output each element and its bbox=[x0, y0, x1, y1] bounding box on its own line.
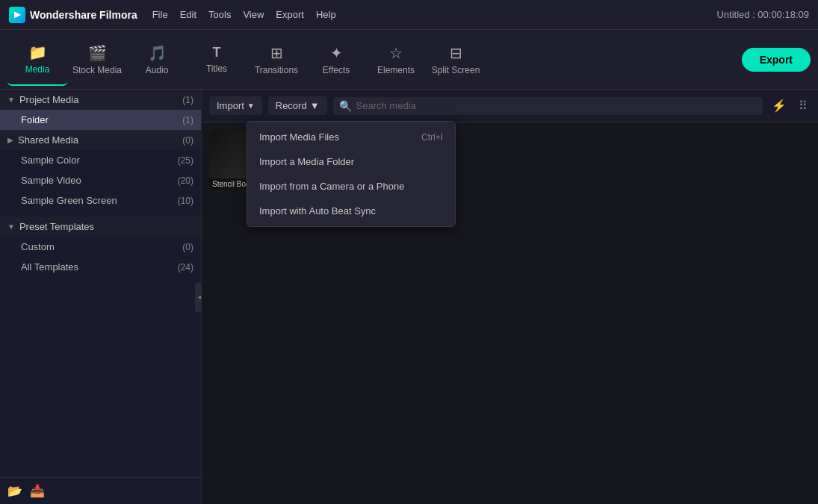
sample-color-label: Sample Color bbox=[21, 155, 80, 166]
sidebar-sample-color[interactable]: Sample Color (25) bbox=[0, 150, 201, 170]
content-toolbar: Import ▼ Record ▼ 🔍 ⚡ ⠿ bbox=[202, 90, 818, 122]
app-name: Wondershare Filmora bbox=[30, 9, 137, 21]
split-screen-label: Split Screen bbox=[432, 65, 480, 75]
project-media-arrow: ▼ bbox=[7, 96, 15, 104]
window-title: Untitled : 00:00:18:09 bbox=[716, 9, 809, 20]
menu-file[interactable]: File bbox=[152, 9, 168, 20]
grid-view-button[interactable]: ⠿ bbox=[796, 96, 811, 116]
sidebar-project-media[interactable]: ▼ Project Media (1) bbox=[0, 90, 201, 110]
all-templates-count: (24) bbox=[178, 262, 193, 273]
search-icon: 🔍 bbox=[339, 100, 352, 112]
sample-video-count: (20) bbox=[178, 175, 193, 186]
menu-help[interactable]: Help bbox=[316, 9, 336, 20]
sidebar-sample-green-screen[interactable]: Sample Green Screen (10) bbox=[0, 190, 201, 211]
elements-label: Elements bbox=[377, 65, 415, 75]
menu-bar: File Edit Tools View Export Help bbox=[152, 9, 336, 20]
folder-label: Folder bbox=[21, 114, 49, 125]
main-layout: ▼ Project Media (1) Folder (1) ▶ Shared … bbox=[0, 90, 818, 504]
stock-media-label: Stock Media bbox=[72, 65, 122, 75]
top-menu-bar: ▶ Wondershare Filmora File Edit Tools Vi… bbox=[0, 0, 818, 30]
all-templates-label: All Templates bbox=[21, 261, 78, 273]
record-label: Record bbox=[276, 100, 307, 111]
media-label: Media bbox=[25, 64, 50, 75]
toolbar-media[interactable]: 📁 Media bbox=[7, 34, 67, 86]
effects-label: Effects bbox=[323, 65, 350, 75]
import-media-folder-label: Import a Media Folder bbox=[259, 156, 354, 167]
new-folder-button[interactable]: 📂 bbox=[7, 484, 22, 498]
toolbar-split-screen[interactable]: ⊟ Split Screen bbox=[426, 34, 486, 86]
menu-export[interactable]: Export bbox=[276, 9, 304, 20]
import-chevron-icon: ▼ bbox=[247, 102, 255, 110]
elements-icon: ☆ bbox=[389, 44, 403, 62]
menu-tools[interactable]: Tools bbox=[208, 9, 231, 20]
import-button[interactable]: Import ▼ bbox=[209, 96, 262, 115]
import-auto-beat-sync-item[interactable]: Import with Auto Beat Sync bbox=[247, 199, 455, 223]
import-from-camera-item[interactable]: Import from a Camera or a Phone bbox=[247, 174, 455, 199]
menu-edit[interactable]: Edit bbox=[180, 9, 196, 20]
project-media-label: Project Media bbox=[19, 94, 78, 105]
import-media-files-label: Import Media Files bbox=[259, 131, 339, 143]
titles-label: Titles bbox=[206, 63, 227, 74]
transitions-icon: ⊞ bbox=[270, 44, 283, 62]
sidebar: ▼ Project Media (1) Folder (1) ▶ Shared … bbox=[0, 90, 202, 504]
sidebar-custom[interactable]: Custom (0) bbox=[0, 237, 201, 257]
filter-button[interactable]: ⚡ bbox=[769, 96, 790, 116]
project-media-count: (1) bbox=[182, 95, 193, 105]
import-from-camera-label: Import from a Camera or a Phone bbox=[259, 181, 404, 192]
sidebar-collapse-handle[interactable]: ◀ bbox=[195, 282, 202, 312]
main-toolbar: 📁 Media 🎬 Stock Media 🎵 Audio T Titles ⊞… bbox=[0, 30, 818, 90]
sample-color-count: (25) bbox=[178, 155, 193, 166]
import-dropdown-menu: Import Media Files Ctrl+I Import a Media… bbox=[247, 121, 456, 227]
split-screen-icon: ⊟ bbox=[450, 44, 462, 62]
import-media-files-shortcut: Ctrl+I bbox=[421, 132, 443, 143]
toolbar-transitions[interactable]: ⊞ Transitions bbox=[247, 34, 306, 86]
audio-icon: 🎵 bbox=[148, 44, 167, 62]
import-media-files-item[interactable]: Import Media Files Ctrl+I bbox=[247, 125, 455, 149]
folder-count: (1) bbox=[182, 115, 193, 125]
sample-green-screen-label: Sample Green Screen bbox=[21, 195, 117, 206]
sidebar-all-templates[interactable]: All Templates (24) bbox=[0, 257, 201, 277]
custom-count: (0) bbox=[182, 242, 193, 252]
search-bar: 🔍 bbox=[333, 97, 763, 115]
toolbar-stock-media[interactable]: 🎬 Stock Media bbox=[67, 34, 127, 86]
sample-green-screen-count: (10) bbox=[178, 196, 193, 206]
import-label: Import bbox=[217, 100, 244, 111]
sidebar-sample-video[interactable]: Sample Video (20) bbox=[0, 170, 201, 190]
sidebar-bottom-bar: 📂 📥 bbox=[0, 477, 202, 504]
stock-media-icon: 🎬 bbox=[88, 44, 107, 62]
shared-media-count: (0) bbox=[182, 135, 193, 146]
content-area: Import ▼ Record ▼ 🔍 ⚡ ⠿ Import Media Fil… bbox=[202, 90, 818, 504]
toolbar-elements[interactable]: ☆ Elements bbox=[366, 34, 426, 86]
transitions-label: Transitions bbox=[255, 65, 298, 75]
shared-media-arrow: ▶ bbox=[7, 136, 13, 144]
toolbar-audio[interactable]: 🎵 Audio bbox=[127, 34, 187, 86]
export-button[interactable]: Export bbox=[742, 48, 811, 72]
import-files-button[interactable]: 📥 bbox=[30, 484, 45, 498]
media-icon: 📁 bbox=[28, 43, 47, 61]
app-logo: ▶ Wondershare Filmora bbox=[9, 7, 137, 23]
preset-templates-arrow: ▼ bbox=[7, 223, 15, 231]
menu-view[interactable]: View bbox=[243, 9, 264, 20]
sidebar-preset-templates[interactable]: ▼ Preset Templates bbox=[0, 217, 201, 237]
audio-label: Audio bbox=[146, 65, 169, 75]
search-input[interactable] bbox=[356, 100, 757, 111]
sample-video-label: Sample Video bbox=[21, 175, 81, 186]
toolbar-effects[interactable]: ✦ Effects bbox=[306, 34, 366, 86]
effects-icon: ✦ bbox=[330, 44, 343, 62]
preset-templates-label: Preset Templates bbox=[19, 221, 94, 232]
sidebar-folder[interactable]: Folder (1) bbox=[0, 110, 201, 130]
record-button[interactable]: Record ▼ bbox=[268, 96, 327, 115]
record-chevron-icon: ▼ bbox=[310, 100, 320, 111]
toolbar-titles[interactable]: T Titles bbox=[187, 34, 247, 86]
sidebar-shared-media[interactable]: ▶ Shared Media (0) bbox=[0, 130, 201, 150]
import-auto-beat-label: Import with Auto Beat Sync bbox=[259, 205, 376, 217]
custom-label: Custom bbox=[21, 241, 55, 252]
logo-icon: ▶ bbox=[9, 7, 25, 23]
shared-media-label: Shared Media bbox=[18, 134, 78, 146]
titles-icon: T bbox=[213, 45, 221, 60]
import-media-folder-item[interactable]: Import a Media Folder bbox=[247, 149, 455, 174]
